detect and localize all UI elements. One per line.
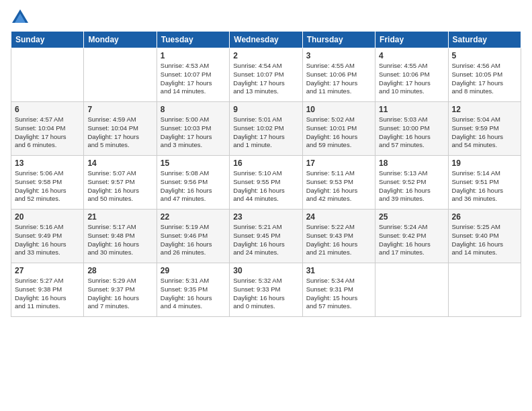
- calendar-header-tuesday: Tuesday: [157, 32, 229, 48]
- calendar-cell: 6Sunrise: 4:57 AM Sunset: 10:04 PM Dayli…: [11, 102, 84, 156]
- day-info: Sunrise: 5:29 AM Sunset: 9:37 PM Dayligh…: [87, 277, 152, 311]
- day-number: 29: [161, 266, 226, 275]
- day-info: Sunrise: 5:00 AM Sunset: 10:03 PM Daylig…: [161, 116, 226, 150]
- day-number: 15: [161, 158, 226, 168]
- calendar-cell: 23Sunrise: 5:21 AM Sunset: 9:45 PM Dayli…: [230, 210, 302, 263]
- calendar-week-row: 27Sunrise: 5:27 AM Sunset: 9:38 PM Dayli…: [11, 263, 521, 317]
- calendar-cell: [11, 48, 84, 102]
- day-number: 17: [306, 158, 371, 168]
- calendar-cell: 19Sunrise: 5:14 AM Sunset: 9:51 PM Dayli…: [448, 156, 521, 210]
- calendar-cell: [375, 263, 448, 317]
- calendar-header-saturday: Saturday: [448, 32, 521, 48]
- calendar-cell: 29Sunrise: 5:31 AM Sunset: 9:35 PM Dayli…: [157, 263, 229, 317]
- calendar: SundayMondayTuesdayWednesdayThursdayFrid…: [11, 31, 521, 317]
- calendar-cell: 10Sunrise: 5:02 AM Sunset: 10:01 PM Dayl…: [302, 102, 375, 156]
- day-info: Sunrise: 5:04 AM Sunset: 9:59 PM Dayligh…: [452, 116, 517, 150]
- day-info: Sunrise: 5:27 AM Sunset: 9:38 PM Dayligh…: [15, 277, 80, 311]
- day-info: Sunrise: 4:57 AM Sunset: 10:04 PM Daylig…: [15, 116, 80, 150]
- calendar-cell: 26Sunrise: 5:25 AM Sunset: 9:40 PM Dayli…: [448, 210, 521, 263]
- day-info: Sunrise: 4:56 AM Sunset: 10:05 PM Daylig…: [452, 62, 517, 96]
- calendar-cell: 8Sunrise: 5:00 AM Sunset: 10:03 PM Dayli…: [157, 102, 229, 156]
- calendar-cell: 25Sunrise: 5:24 AM Sunset: 9:42 PM Dayli…: [375, 210, 448, 263]
- calendar-cell: 18Sunrise: 5:13 AM Sunset: 9:52 PM Dayli…: [375, 156, 448, 210]
- calendar-cell: 4Sunrise: 4:55 AM Sunset: 10:06 PM Dayli…: [375, 48, 448, 102]
- calendar-cell: 30Sunrise: 5:32 AM Sunset: 9:33 PM Dayli…: [230, 263, 302, 317]
- calendar-cell: 20Sunrise: 5:16 AM Sunset: 9:49 PM Dayli…: [11, 210, 84, 263]
- calendar-cell: 22Sunrise: 5:19 AM Sunset: 9:46 PM Dayli…: [157, 210, 229, 263]
- day-number: 21: [87, 212, 152, 222]
- calendar-cell: 5Sunrise: 4:56 AM Sunset: 10:05 PM Dayli…: [448, 48, 521, 102]
- day-number: 30: [233, 266, 298, 275]
- calendar-cell: 9Sunrise: 5:01 AM Sunset: 10:02 PM Dayli…: [230, 102, 302, 156]
- day-info: Sunrise: 5:21 AM Sunset: 9:45 PM Dayligh…: [233, 223, 298, 257]
- day-info: Sunrise: 4:59 AM Sunset: 10:04 PM Daylig…: [87, 116, 152, 150]
- calendar-week-row: 13Sunrise: 5:06 AM Sunset: 9:58 PM Dayli…: [11, 156, 521, 210]
- calendar-cell: [448, 263, 521, 317]
- calendar-cell: [84, 48, 157, 102]
- day-number: 23: [233, 212, 298, 222]
- calendar-cell: 16Sunrise: 5:10 AM Sunset: 9:55 PM Dayli…: [230, 156, 302, 210]
- day-info: Sunrise: 5:16 AM Sunset: 9:49 PM Dayligh…: [15, 223, 80, 257]
- day-number: 24: [306, 212, 371, 222]
- day-number: 20: [15, 212, 80, 222]
- calendar-cell: 7Sunrise: 4:59 AM Sunset: 10:04 PM Dayli…: [84, 102, 157, 156]
- day-number: 13: [15, 158, 80, 168]
- day-info: Sunrise: 5:32 AM Sunset: 9:33 PM Dayligh…: [233, 277, 298, 311]
- day-number: 8: [161, 105, 226, 114]
- day-number: 19: [452, 158, 517, 168]
- day-info: Sunrise: 5:31 AM Sunset: 9:35 PM Dayligh…: [161, 277, 226, 311]
- day-info: Sunrise: 5:02 AM Sunset: 10:01 PM Daylig…: [306, 116, 371, 150]
- day-info: Sunrise: 5:25 AM Sunset: 9:40 PM Dayligh…: [452, 223, 517, 257]
- day-number: 9: [233, 105, 298, 114]
- calendar-cell: 27Sunrise: 5:27 AM Sunset: 9:38 PM Dayli…: [11, 263, 84, 317]
- day-number: 14: [87, 158, 152, 168]
- day-number: 28: [87, 266, 152, 275]
- day-info: Sunrise: 5:03 AM Sunset: 10:00 PM Daylig…: [379, 116, 444, 150]
- day-number: 2: [233, 51, 298, 60]
- calendar-cell: 12Sunrise: 5:04 AM Sunset: 9:59 PM Dayli…: [448, 102, 521, 156]
- day-number: 1: [161, 51, 226, 60]
- day-number: 31: [306, 266, 371, 275]
- day-info: Sunrise: 5:06 AM Sunset: 9:58 PM Dayligh…: [15, 169, 80, 203]
- day-number: 16: [233, 158, 298, 168]
- day-info: Sunrise: 5:13 AM Sunset: 9:52 PM Dayligh…: [379, 169, 444, 203]
- calendar-week-row: 6Sunrise: 4:57 AM Sunset: 10:04 PM Dayli…: [11, 102, 521, 156]
- day-info: Sunrise: 5:07 AM Sunset: 9:57 PM Dayligh…: [87, 169, 152, 203]
- calendar-cell: 31Sunrise: 5:34 AM Sunset: 9:31 PM Dayli…: [302, 263, 375, 317]
- day-info: Sunrise: 5:11 AM Sunset: 9:53 PM Dayligh…: [306, 169, 371, 203]
- day-info: Sunrise: 5:01 AM Sunset: 10:02 PM Daylig…: [233, 116, 298, 150]
- day-number: 5: [452, 51, 517, 60]
- calendar-week-row: 1Sunrise: 4:53 AM Sunset: 10:07 PM Dayli…: [11, 48, 521, 102]
- day-info: Sunrise: 4:55 AM Sunset: 10:06 PM Daylig…: [306, 62, 371, 96]
- calendar-cell: 15Sunrise: 5:08 AM Sunset: 9:56 PM Dayli…: [157, 156, 229, 210]
- day-number: 12: [452, 105, 517, 114]
- day-info: Sunrise: 5:24 AM Sunset: 9:42 PM Dayligh…: [379, 223, 444, 257]
- logo: [11, 8, 32, 27]
- day-number: 3: [306, 51, 371, 60]
- day-number: 4: [379, 51, 444, 60]
- day-info: Sunrise: 5:17 AM Sunset: 9:48 PM Dayligh…: [87, 223, 152, 257]
- day-number: 26: [452, 212, 517, 222]
- day-info: Sunrise: 4:55 AM Sunset: 10:06 PM Daylig…: [379, 62, 444, 96]
- day-info: Sunrise: 5:14 AM Sunset: 9:51 PM Dayligh…: [452, 169, 517, 203]
- day-info: Sunrise: 5:10 AM Sunset: 9:55 PM Dayligh…: [233, 169, 298, 203]
- calendar-cell: 24Sunrise: 5:22 AM Sunset: 9:43 PM Dayli…: [302, 210, 375, 263]
- calendar-header-friday: Friday: [375, 32, 448, 48]
- calendar-cell: 17Sunrise: 5:11 AM Sunset: 9:53 PM Dayli…: [302, 156, 375, 210]
- calendar-header-wednesday: Wednesday: [230, 32, 302, 48]
- day-number: 22: [161, 212, 226, 222]
- day-number: 11: [379, 105, 444, 114]
- logo-icon: [11, 8, 30, 27]
- calendar-cell: 3Sunrise: 4:55 AM Sunset: 10:06 PM Dayli…: [302, 48, 375, 102]
- day-info: Sunrise: 4:53 AM Sunset: 10:07 PM Daylig…: [161, 62, 226, 96]
- day-info: Sunrise: 5:08 AM Sunset: 9:56 PM Dayligh…: [161, 169, 226, 203]
- day-info: Sunrise: 4:54 AM Sunset: 10:07 PM Daylig…: [233, 62, 298, 96]
- day-number: 7: [87, 105, 152, 114]
- calendar-header-thursday: Thursday: [302, 32, 375, 48]
- calendar-cell: 1Sunrise: 4:53 AM Sunset: 10:07 PM Dayli…: [157, 48, 229, 102]
- day-number: 6: [15, 105, 80, 114]
- calendar-cell: 13Sunrise: 5:06 AM Sunset: 9:58 PM Dayli…: [11, 156, 84, 210]
- calendar-week-row: 20Sunrise: 5:16 AM Sunset: 9:49 PM Dayli…: [11, 210, 521, 263]
- day-info: Sunrise: 5:19 AM Sunset: 9:46 PM Dayligh…: [161, 223, 226, 257]
- day-number: 25: [379, 212, 444, 222]
